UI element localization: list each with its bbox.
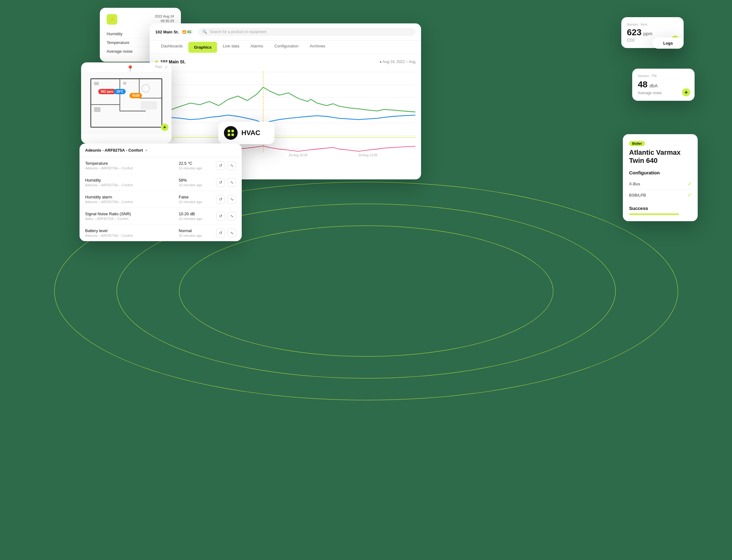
svg-rect-32 [123, 82, 126, 85]
sensor-datetime: 2022 Aug 24 09:35:29 [155, 14, 174, 24]
floorplan-card: 📍 Plan ⤢ 562 ppm 19°C 45dB + [81, 62, 172, 144]
hvac-card: HVAC [218, 122, 275, 144]
refresh-button[interactable]: ↺ [216, 212, 225, 221]
floorplan-plus-button[interactable]: + [161, 124, 168, 131]
logs-label: Logs [663, 41, 673, 46]
badge-co2: 562 ppm [98, 89, 116, 94]
hvac-label: HVAC [242, 129, 261, 137]
nav-live-data[interactable]: Live data [217, 41, 245, 54]
svg-point-33 [142, 85, 150, 92]
config-title: Configuration [629, 170, 691, 175]
chart-button[interactable]: ∿ [227, 195, 236, 204]
svg-text:24-Aug 20:00: 24-Aug 20:00 [289, 153, 308, 157]
floorplan-label: Plan [155, 65, 162, 69]
search-bar[interactable]: 🔍 Search for a product or equipment [198, 28, 415, 36]
badge-noise-fp: 45dB [129, 93, 142, 98]
refresh-button[interactable]: ↺ [216, 195, 225, 204]
svg-text:24-Aug 23:00: 24-Aug 23:00 [359, 153, 377, 157]
success-section: Success [629, 206, 691, 215]
co2-unit: ppm [643, 31, 652, 36]
boiler-tag: Boiler [629, 141, 645, 146]
co2-value: 623 [627, 28, 642, 37]
table-row: Battery level Adeunis – ARF8275A – Confo… [80, 225, 242, 241]
chart-button[interactable]: ∿ [227, 212, 236, 221]
svg-rect-31 [94, 107, 100, 112]
dashboard-location: 102 Main St. 📶 4G [155, 30, 193, 34]
svg-rect-23 [232, 134, 234, 136]
refresh-button[interactable]: ↺ [216, 229, 225, 237]
noise-value: 48 [638, 80, 647, 90]
sensor-header: ⚡ 2022 Aug 24 09:35:29 [107, 14, 174, 25]
logs-card: Logs [652, 37, 684, 49]
config-item-bsb: BSB/LPB ✓ [629, 190, 691, 201]
chart-button[interactable]: ∿ [227, 229, 236, 237]
floorplan-body: 562 ppm 19°C 45dB + [81, 72, 172, 134]
success-label: Success [629, 206, 691, 211]
svg-rect-30 [94, 82, 99, 85]
expand-icon: ⤢ [165, 65, 168, 69]
config-section: Configuration X-Bus ✓ BSB/LPB ✓ [629, 170, 691, 201]
refresh-button[interactable]: ↺ [216, 161, 225, 170]
sensor-table-card: Adeunis - ARF8275A - Confort ▾ Temperatu… [80, 144, 242, 241]
svg-rect-20 [228, 130, 230, 132]
hvac-icon [224, 126, 238, 140]
check-icon: ✓ [687, 181, 691, 187]
chart-button[interactable]: ∿ [227, 178, 236, 187]
table-row: Signal Noise Ratio (SNR) Adeu – ARF8275A… [80, 208, 242, 225]
nav-configuration[interactable]: Configuration [269, 41, 304, 54]
signal-badge: 📶 4G [181, 30, 193, 34]
nav-graphics[interactable]: Graphics [188, 42, 217, 53]
table-row: Temperature Adeunis – ARF8275A – Confort… [80, 157, 242, 174]
nav-alarms[interactable]: Alarms [245, 41, 269, 54]
refresh-button[interactable]: ↺ [216, 178, 225, 187]
noise-unit: dbA [649, 83, 658, 88]
device-name: Adeunis - ARF8275A - Confort [85, 148, 143, 153]
sensor-table-header: Adeunis - ARF8275A - Confort ▾ [80, 144, 242, 157]
table-row: Humidity alarm Adeunis – ARF8275A – Conf… [80, 191, 242, 208]
check-icon: ✓ [687, 192, 691, 198]
success-bar [629, 213, 679, 215]
pin-icon: 📍 [126, 65, 134, 72]
co2-brand: Neesiec · Aeric [627, 23, 678, 26]
chart-title-row: 102 Main St. ● Aug 24, 2022 – Aug [155, 59, 415, 64]
badge-temp: 19°C [114, 89, 126, 94]
nav-archives[interactable]: Archives [304, 41, 331, 54]
nav-dashboards[interactable]: Dashboards [155, 41, 188, 54]
noise-brand: Neesiec · PM: [638, 74, 689, 78]
boiler-name: Atlantic VarmaxTwin 640 [629, 149, 691, 165]
chart-button[interactable]: ∿ [227, 161, 236, 170]
config-item-xbus: X-Bus ✓ [629, 178, 691, 190]
boiler-card: Boiler Atlantic VarmaxTwin 640 Configura… [623, 134, 698, 221]
svg-rect-34 [141, 101, 157, 110]
svg-rect-22 [228, 134, 230, 136]
dashboard-nav: Dashboards Graphics Live data Alarms Con… [150, 41, 421, 54]
search-icon: 🔍 [203, 30, 207, 34]
dashboard-header: 102 Main St. 📶 4G 🔍 Search for a product… [150, 23, 421, 41]
noise-label: Average noise [638, 91, 689, 95]
chart-date-range: ● Aug 24, 2022 – Aug [379, 60, 415, 64]
table-chevron-icon: ▾ [145, 148, 147, 153]
table-row: Humidity Adeunis – ARF8275A – Confort 58… [80, 174, 242, 191]
noise-plus-button[interactable]: + [682, 88, 690, 96]
svg-rect-21 [232, 130, 234, 132]
floorplan-svg [81, 72, 172, 134]
sensor-table-body: Temperature Adeunis – ARF8275A – Confort… [80, 157, 242, 241]
noise-card: Neesiec · PM: 48 dbA Average noise + [632, 69, 695, 101]
floorplan-header: 📍 Plan ⤢ [81, 62, 172, 72]
sensor-icon: ⚡ [107, 14, 117, 25]
